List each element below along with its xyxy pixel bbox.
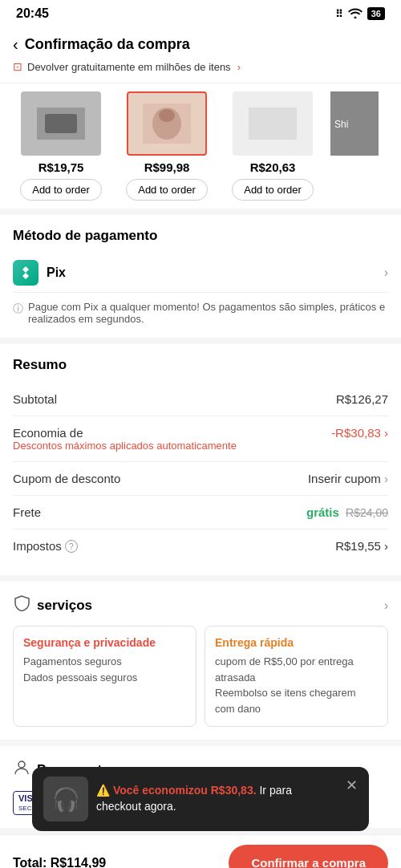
services-cards: Segurança e privacidade Pagamentos segur…	[13, 626, 388, 727]
toast-text: ⚠️ Você economizou R$30,83. Ir para chec…	[96, 783, 338, 814]
cupom-label: Cupom de desconto	[13, 472, 120, 485]
subtotal-label: Subtotal	[13, 392, 57, 406]
payment-row[interactable]: Pix ›	[13, 254, 388, 293]
product-image-4: Shi	[330, 91, 379, 156]
frete-label: Frete	[13, 505, 41, 519]
product-price-2: R$99,98	[144, 160, 190, 174]
svg-text:Shi: Shi	[334, 119, 348, 130]
economia-left: Economia de Descontos máximos aplicados …	[13, 426, 237, 452]
payment-left: Pix	[13, 260, 66, 286]
product-card-1: R$19,75 Add to order	[13, 91, 109, 201]
total-label: Total: R$114,99	[13, 856, 106, 869]
page-header: ‹ Confirmação da compra ⊡ Devolver gratu…	[0, 27, 401, 83]
toast-notification: 🎧 ⚠️ Você economizou R$30,83. Ir para ch…	[32, 767, 369, 831]
product-card-3: R$20,63 Add to order	[225, 91, 321, 201]
subtotal-value: R$126,27	[336, 392, 388, 406]
svg-rect-5	[249, 107, 297, 140]
services-section: serviços › Segurança e privacidade Pagam…	[0, 582, 401, 740]
status-bar: 20:45 ⠿ 36	[0, 0, 401, 27]
security-card-title: Segurança e privacidade	[23, 636, 186, 649]
economia-value: -R$30,83 ›	[331, 426, 388, 440]
services-chevron-icon: ›	[384, 598, 388, 613]
economia-link[interactable]: Descontos máximos aplicados automaticame…	[13, 440, 237, 452]
status-time: 20:45	[16, 6, 49, 21]
back-button[interactable]: ‹	[13, 35, 18, 54]
summary-title: Resumo	[13, 357, 388, 373]
frete-value: grátis R$24,00	[306, 505, 388, 519]
person-icon	[13, 759, 30, 781]
delivery-item-2: Reembolso se itens chegarem com dano	[215, 685, 378, 716]
summary-section: Resumo Subtotal R$126,27 Economia de Des…	[0, 344, 401, 575]
product-image-2	[127, 91, 207, 156]
signal-icon: ⠿	[335, 8, 343, 20]
cupom-row[interactable]: Cupom de desconto Inserir cupom	[13, 462, 388, 496]
security-item-2: Dados pessoais seguros	[23, 670, 186, 686]
product-image-3	[233, 91, 313, 156]
toast-product-image: 🎧	[43, 777, 88, 821]
service-card-delivery: Entrega rápida cupom de R$5,00 por entre…	[205, 626, 388, 727]
services-header: serviços ›	[13, 594, 388, 616]
product-card-2: R$99,98 Add to order	[119, 91, 215, 201]
pix-icon	[13, 260, 38, 286]
services-title-row: serviços	[13, 594, 92, 616]
product-card-4: Shi	[330, 91, 379, 201]
return-icon: ⊡	[13, 60, 22, 73]
subtotal-row: Subtotal R$126,27	[13, 383, 388, 416]
free-return-bar[interactable]: ⊡ Devolver gratuitamente em milhões de i…	[13, 57, 388, 76]
product-image-1	[21, 91, 101, 156]
payment-name: Pix	[47, 266, 66, 280]
frete-free: grátis	[306, 505, 339, 519]
svg-point-8	[18, 761, 25, 768]
svg-point-4	[159, 109, 175, 122]
confirm-purchase-button[interactable]: Confirmar a compra	[229, 845, 388, 868]
toast-savings: Você economizou R$30,83.	[113, 784, 257, 797]
toast-warning-icon: ⚠️	[96, 784, 110, 797]
impostos-value: R$19,55 ›	[335, 539, 388, 553]
footer-bar: Total: R$114,99 Confirmar a compra	[0, 834, 401, 868]
impostos-left: Impostos ?	[13, 539, 78, 553]
payment-info: ⓘ Pague com Pix a qualquer momento! Os p…	[13, 301, 388, 325]
payment-info-text: Pague com Pix a qualquer momento! Os pag…	[28, 301, 388, 325]
wifi-icon	[348, 7, 363, 21]
economia-row: Economia de Descontos máximos aplicados …	[13, 416, 388, 462]
status-icons: ⠿ 36	[335, 7, 385, 21]
product-carousel: R$19,75 Add to order R$99,98 Add to orde…	[0, 83, 401, 209]
cupom-value[interactable]: Inserir cupom	[308, 472, 388, 485]
svg-rect-1	[45, 114, 77, 133]
economia-label: Economia de	[13, 426, 237, 440]
info-circle-icon: ⓘ	[13, 302, 23, 316]
impostos-row[interactable]: Impostos ? R$19,55 ›	[13, 529, 388, 562]
add-to-order-btn-3[interactable]: Add to order	[232, 179, 314, 201]
frete-row: Frete grátis R$24,00	[13, 496, 388, 529]
security-item-1: Pagamentos seguros	[23, 654, 186, 670]
add-to-order-btn-2[interactable]: Add to order	[126, 179, 208, 201]
payment-section-title: Método de pagamento	[13, 228, 388, 244]
toast-close-button[interactable]: ✕	[346, 777, 358, 794]
services-title: serviços	[37, 598, 92, 614]
delivery-card-title: Entrega rápida	[215, 636, 378, 649]
service-card-security: Segurança e privacidade Pagamentos segur…	[13, 626, 196, 727]
delivery-item-1: cupom de R$5,00 por entrega atrasada	[215, 654, 378, 685]
shield-icon	[13, 594, 30, 616]
product-price-1: R$19,75	[38, 160, 84, 174]
impostos-label: Impostos	[13, 539, 62, 553]
add-to-order-btn-1[interactable]: Add to order	[20, 179, 102, 201]
product-price-3: R$20,63	[250, 160, 296, 174]
frete-strike: R$24,00	[346, 506, 388, 519]
battery-icon: 36	[367, 7, 385, 20]
carousel-inner: R$19,75 Add to order R$99,98 Add to orde…	[0, 91, 401, 201]
free-return-text: Devolver gratuitamente em milhões de ite…	[27, 61, 231, 73]
free-return-arrow-icon: ›	[237, 61, 241, 73]
payment-method-section: Método de pagamento Pix › ⓘ Pague com Pi…	[0, 215, 401, 338]
page-title: Confirmação da compra	[25, 36, 190, 53]
payment-chevron-icon: ›	[384, 266, 388, 280]
impostos-help-icon[interactable]: ?	[65, 540, 78, 553]
